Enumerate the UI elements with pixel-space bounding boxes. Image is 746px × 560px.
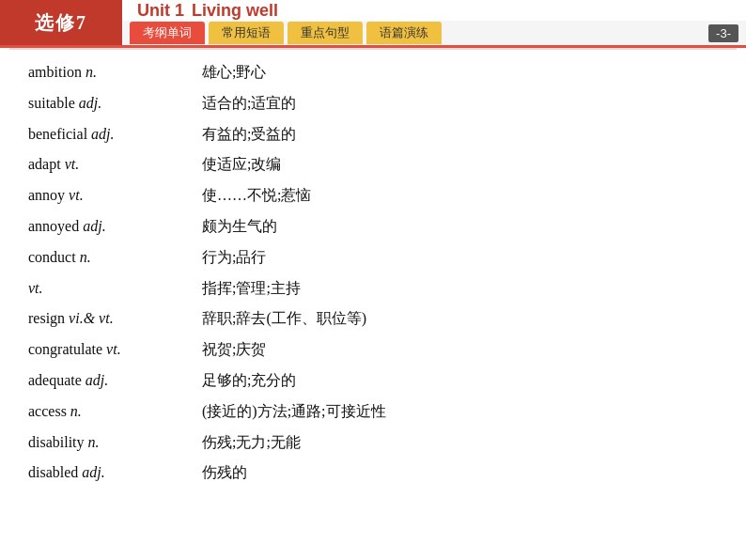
meaning-cell: 适合的;适宜的 (202, 92, 718, 116)
meaning-cell: 辞职;辞去(工作、职位等) (202, 307, 718, 331)
vocab-row: suitable adj.适合的;适宜的 (28, 88, 718, 119)
meaning-cell: 祝贺;庆贺 (202, 338, 718, 362)
vocab-table: ambition n.雄心;野心suitable adj.适合的;适宜的bene… (0, 50, 746, 492)
meaning-cell: 雄心;野心 (202, 61, 718, 85)
word-cell: suitable adj. (28, 92, 202, 116)
word-cell: conduct n. (28, 246, 202, 270)
word-cell: adapt vt. (28, 153, 202, 177)
word-cell: ambition n. (28, 61, 202, 85)
meaning-cell: 颇为生气的 (202, 215, 718, 239)
tab-bar: 考纲单词 常用短语 重点句型 语篇演练 -3- (122, 21, 746, 45)
vocab-row: beneficial adj.有益的;受益的 (28, 119, 718, 150)
tab-yupian-yanli[interactable]: 语篇演练 (366, 22, 442, 44)
word-cell: vt. (28, 277, 202, 301)
vocab-row: adequate adj.足够的;充分的 (28, 366, 718, 397)
word-cell: disabled adj. (28, 461, 202, 485)
vocab-row: adapt vt.使适应;改编 (28, 149, 718, 180)
word-cell: disability n. (28, 431, 202, 455)
word-cell: adequate adj. (28, 369, 202, 393)
meaning-cell: 行为;品行 (202, 246, 718, 270)
word-cell: congratulate vt. (28, 338, 202, 362)
vocab-row: conduct n.行为;品行 (28, 242, 718, 273)
unit-title-text: Living well (192, 1, 278, 21)
vocab-row: disabled adj.伤残的 (28, 458, 718, 489)
tab-kagang-danci[interactable]: 考纲单词 (130, 22, 205, 44)
page-number: -3- (708, 24, 738, 42)
vocab-row: access n.(接近的)方法;通路;可接近性 (28, 397, 718, 428)
vocab-row: vt.指挥;管理;主持 (28, 273, 718, 304)
word-cell: annoy vt. (28, 184, 202, 208)
meaning-cell: 伤残的 (202, 461, 718, 485)
tab-zhongdian-juxing[interactable]: 重点句型 (288, 22, 363, 44)
header-right: Unit 1 Living well 考纲单词 常用短语 重点句型 语篇演练 -… (122, 0, 746, 45)
meaning-cell: 伤残;无力;无能 (202, 431, 718, 455)
word-cell: annoyed adj. (28, 215, 202, 239)
vocab-row: annoy vt.使……不悦;惹恼 (28, 180, 718, 211)
meaning-cell: (接近的)方法;通路;可接近性 (202, 400, 718, 424)
meaning-cell: 足够的;充分的 (202, 369, 718, 393)
meaning-cell: 使……不悦;惹恼 (202, 184, 718, 208)
vocab-row: congratulate vt.祝贺;庆贺 (28, 334, 718, 366)
meaning-cell: 有益的;受益的 (202, 123, 718, 147)
course-label: 选修7 (0, 0, 122, 45)
unit-title: Unit 1 Living well (122, 0, 746, 21)
word-cell: access n. (28, 400, 202, 424)
vocab-row: ambition n.雄心;野心 (28, 57, 718, 88)
vocab-row: resign vi.& vt.辞职;辞去(工作、职位等) (28, 303, 718, 334)
word-cell: resign vi.& vt. (28, 307, 202, 331)
vocab-row: disability n.伤残;无力;无能 (28, 428, 718, 459)
unit-number: Unit 1 (137, 1, 184, 21)
header: 选修7 Unit 1 Living well 考纲单词 常用短语 重点句型 语篇… (0, 0, 746, 45)
meaning-cell: 指挥;管理;主持 (202, 277, 718, 301)
tab-changyong-duanyu[interactable]: 常用短语 (209, 22, 284, 44)
meaning-cell: 使适应;改编 (202, 153, 718, 177)
vocab-row: annoyed adj.颇为生气的 (28, 211, 718, 242)
word-cell: beneficial adj. (28, 123, 202, 147)
